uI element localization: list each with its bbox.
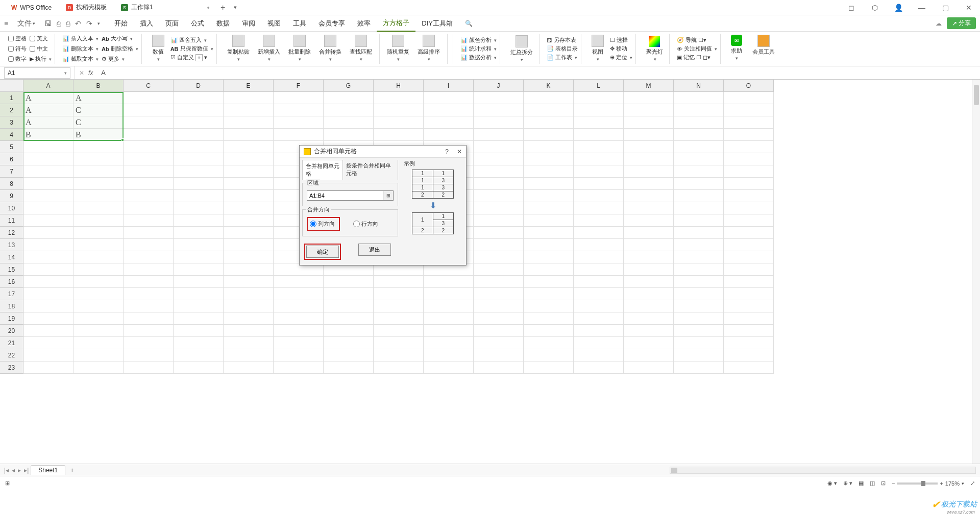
numeric-big-btn[interactable]: 数值 (149, 34, 167, 64)
zoom-dropdown[interactable]: ▾ (962, 481, 964, 486)
cell-M1[interactable] (624, 92, 674, 104)
cell-J7[interactable] (474, 165, 524, 178)
formula-input[interactable]: A (97, 66, 980, 79)
cell-A3[interactable]: A (23, 116, 74, 129)
cell-K14[interactable] (524, 251, 574, 263)
sheet-nav-prev[interactable]: ◂ (12, 467, 15, 474)
cell-F22[interactable] (274, 349, 324, 361)
cell-L8[interactable] (574, 178, 624, 190)
fullscreen-icon[interactable]: ⤢ (970, 480, 975, 487)
cell-L22[interactable] (574, 349, 624, 361)
cell-N18[interactable] (674, 300, 724, 312)
cell-B20[interactable] (74, 325, 124, 337)
view-page-icon[interactable]: ◫ (870, 480, 875, 487)
cell-L2[interactable] (574, 104, 624, 116)
cell-E18[interactable] (224, 300, 274, 312)
sheet-tab[interactable]: Sheet1 (31, 465, 65, 475)
cell-E11[interactable] (224, 214, 274, 227)
cell-O20[interactable] (724, 325, 774, 337)
cell-B17[interactable] (74, 288, 124, 300)
col-header-L[interactable]: L (574, 80, 624, 92)
cell-M6[interactable] (624, 153, 674, 165)
cell-J15[interactable] (474, 263, 524, 276)
search-icon[interactable]: 🔍 (465, 20, 473, 27)
file-menu[interactable]: 文件 ▾ (13, 19, 39, 28)
cell-G1[interactable] (324, 92, 374, 104)
cell-C18[interactable] (124, 300, 174, 312)
window-panel-icon[interactable]: ◻ (844, 1, 859, 15)
save-icon[interactable]: 🖫 (44, 19, 52, 28)
cell-E17[interactable] (224, 288, 274, 300)
col-header-C[interactable]: C (124, 80, 174, 92)
ribbon-big-4[interactable]: 查找匹配 (347, 34, 375, 64)
cell-K18[interactable] (524, 300, 574, 312)
cell-O17[interactable] (724, 288, 774, 300)
cell-A10[interactable] (23, 202, 74, 214)
cell-I3[interactable] (424, 116, 474, 129)
cell-C20[interactable] (124, 325, 174, 337)
cloud-icon[interactable]: ☁ (936, 20, 942, 27)
ok-button[interactable]: 确定 (306, 246, 339, 258)
cell-D7[interactable] (174, 165, 224, 178)
menu-item-审阅[interactable]: 审阅 (236, 15, 261, 32)
fx-label[interactable]: fx (88, 69, 93, 77)
col-header-O[interactable]: O (724, 80, 774, 92)
cell-M8[interactable] (624, 178, 674, 190)
cell-D19[interactable] (174, 312, 224, 325)
cell-H3[interactable] (374, 116, 424, 129)
worksheet-btn[interactable]: 📄 工作表 (547, 54, 578, 61)
cell-A16[interactable] (23, 276, 74, 288)
cell-L16[interactable] (574, 276, 624, 288)
cell-N3[interactable] (674, 116, 724, 129)
cell-O23[interactable] (724, 361, 774, 374)
menu-item-数据[interactable]: 数据 (210, 15, 236, 32)
cell-J20[interactable] (474, 325, 524, 337)
menu-item-会员专享[interactable]: 会员专享 (312, 15, 351, 32)
maximize-button[interactable]: ▢ (938, 1, 952, 15)
cell-F2[interactable] (274, 104, 324, 116)
cell-B7[interactable] (74, 165, 124, 178)
sheet-add-button[interactable]: + (67, 466, 77, 475)
cell-B12[interactable] (74, 227, 124, 239)
cell-G18[interactable] (324, 300, 374, 312)
cell-L3[interactable] (574, 116, 624, 129)
cell-K17[interactable] (524, 288, 574, 300)
sheet-nav-next[interactable]: ▸ (18, 467, 21, 474)
cell-A6[interactable] (23, 153, 74, 165)
cell-N22[interactable] (674, 349, 724, 361)
cell-H20[interactable] (374, 325, 424, 337)
check-en[interactable]: 英文 (30, 35, 48, 42)
data-analysis-btn[interactable]: 📊 数据分析 (460, 54, 497, 61)
round-btn[interactable]: 📊 四舍五入 (170, 36, 213, 44)
cell-M3[interactable] (624, 116, 674, 129)
memory-btn[interactable]: ▣ 记忆 ☐ ◻▾ (677, 54, 717, 61)
range-pick-button[interactable]: ⊞ (383, 190, 394, 201)
cell-E21[interactable] (224, 337, 274, 349)
cell-M17[interactable] (624, 288, 674, 300)
horizontal-scrollbar[interactable] (670, 467, 976, 474)
ribbon-big-6[interactable]: 高级排序 (414, 34, 443, 64)
radio-col-direction[interactable]: 列方向 (310, 220, 335, 228)
cell-O1[interactable] (724, 92, 774, 104)
cell-L6[interactable] (574, 153, 624, 165)
keep-num-btn[interactable]: AB 只保留数值 (170, 45, 213, 53)
cube-icon[interactable]: ⬡ (868, 1, 882, 15)
row-header-20[interactable]: 20 (0, 325, 23, 337)
cell-H19[interactable] (374, 312, 424, 325)
cell-A21[interactable] (23, 337, 74, 349)
cell-H2[interactable] (374, 104, 424, 116)
cell-J1[interactable] (474, 92, 524, 104)
cell-N2[interactable] (674, 104, 724, 116)
hscroll-thumb[interactable] (671, 468, 677, 473)
cell-B6[interactable] (74, 153, 124, 165)
cell-K20[interactable] (524, 325, 574, 337)
member-tool-btn[interactable]: 会员工具 (749, 34, 778, 64)
avatar-icon[interactable]: 👤 (891, 1, 905, 15)
cell-B9[interactable] (74, 190, 124, 202)
dialog-close-button[interactable]: ✕ (457, 148, 462, 155)
cell-B4[interactable]: B (74, 129, 124, 141)
cell-K6[interactable] (524, 153, 574, 165)
row-header-15[interactable]: 15 (0, 263, 23, 276)
ribbon-big-0[interactable]: 复制粘贴 (224, 34, 253, 64)
cell-A2[interactable]: A (23, 104, 74, 116)
